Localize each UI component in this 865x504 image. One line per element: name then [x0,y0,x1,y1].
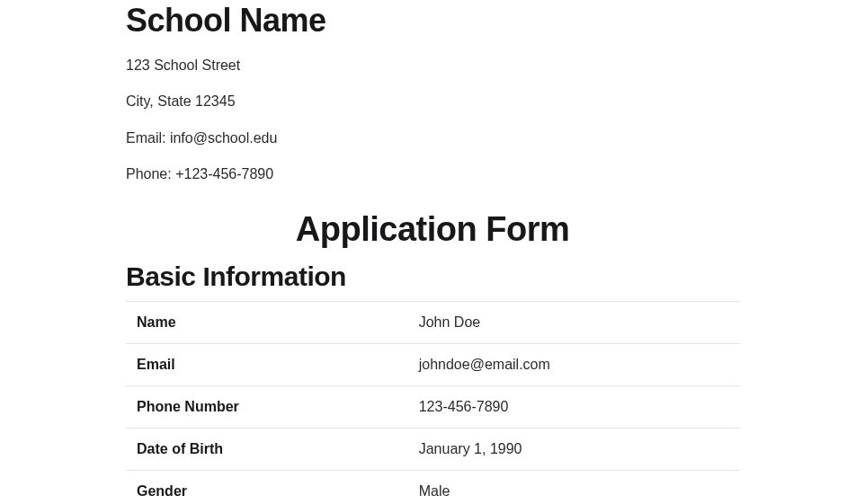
basic-info-table: Name John Doe Email johndoe@email.com Ph… [126,301,739,504]
field-label-gender: Gender [126,470,408,504]
table-row: Name John Doe [126,301,739,343]
school-address-line1: 123 School Street [126,56,739,75]
table-row: Email johndoe@email.com [126,343,739,385]
field-label-dob: Date of Birth [126,428,408,470]
school-info-block: 123 School Street City, State 12345 Emai… [126,56,739,185]
form-title: Application Form [126,210,739,249]
page-container: School Name 123 School Street City, Stat… [0,2,865,504]
field-value-phone: 123-456-7890 [408,385,739,428]
field-label-phone: Phone Number [126,385,408,428]
table-row: Phone Number 123-456-7890 [126,385,739,428]
school-email: Email: info@school.edu [126,128,739,148]
field-value-email: johndoe@email.com [408,343,739,385]
table-row: Date of Birth January 1, 1990 [126,428,739,470]
school-name-heading: School Name [126,2,739,40]
field-label-email: Email [126,343,408,385]
section-title-basic-info: Basic Information [126,261,739,292]
field-label-name: Name [126,301,408,343]
school-phone: Phone: +123-456-7890 [126,164,739,184]
field-value-name: John Doe [408,301,739,343]
field-value-dob: January 1, 1990 [408,428,739,470]
table-row: Gender Male [126,470,739,504]
field-value-gender: Male [408,470,739,504]
school-address-line2: City, State 12345 [126,92,739,111]
